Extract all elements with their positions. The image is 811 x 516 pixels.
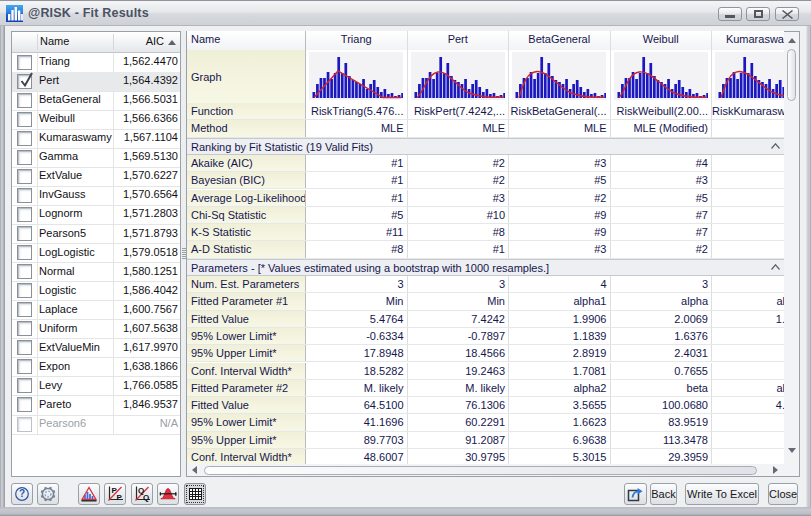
svg-text:Q: Q	[143, 493, 149, 502]
svg-text:?: ?	[19, 488, 25, 499]
svg-text:P: P	[117, 493, 123, 502]
